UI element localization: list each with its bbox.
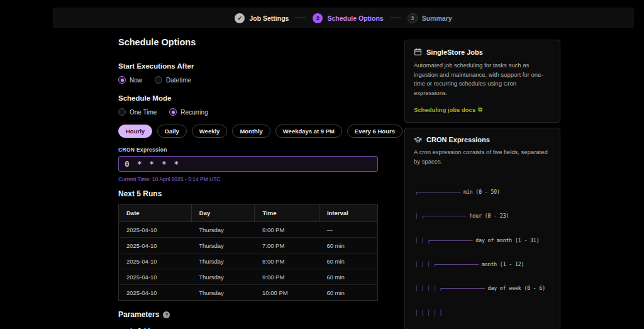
parameters-section: Parameters ? [118, 310, 378, 319]
chip-daily[interactable]: Daily [157, 125, 187, 138]
calendar-icon [414, 48, 422, 56]
cron-preset-chips: Hourly Daily Weekly Monthly Weekdays at … [118, 125, 378, 138]
cell-time: 6:00 PM [255, 222, 319, 238]
diagram-connector: │ │ │ ┌────────────── [415, 262, 482, 267]
cell-interval: 60 min [319, 285, 377, 301]
col-time: Time [255, 204, 319, 222]
table-row: 2025-04-10 Thursday 8:00 PM 60 min [119, 254, 378, 269]
wizard-top-bar: ✓ Job Settings 2 Schedule Options 3 Summ… [53, 8, 634, 28]
radio-one-time[interactable]: One Time [118, 108, 157, 116]
chip-hourly[interactable]: Hourly [118, 125, 152, 138]
cell-time: 10:00 PM [255, 285, 319, 301]
step-schedule-options[interactable]: 2 Schedule Options [313, 13, 383, 23]
col-interval: Interval [319, 204, 377, 222]
radio-label: One Time [130, 109, 157, 116]
schedule-mode-label: Schedule Mode [118, 94, 378, 102]
radio-unselected-icon [118, 108, 126, 116]
radio-selected-icon [118, 76, 126, 84]
cell-time: 8:00 PM [255, 254, 319, 269]
next-5-runs-title: Next 5 Runs [118, 189, 378, 198]
cell-date: 2025-04-10 [119, 238, 192, 254]
cell-date: 2025-04-10 [119, 269, 192, 285]
table-header-row: Date Day Time Interval [119, 204, 378, 222]
schedule-options-panel: Schedule Options Start Executions After … [118, 37, 378, 329]
radio-selected-icon [169, 108, 177, 116]
cell-day: Thursday [191, 269, 255, 285]
radio-datetime[interactable]: Datetime [155, 76, 191, 84]
radio-label: Datetime [166, 77, 191, 84]
card-body-text: A cron expression consists of five field… [414, 148, 551, 166]
link-label: Scheduling jobs docs [414, 106, 475, 113]
chip-weekdays-9pm[interactable]: Weekdays at 9 PM [275, 125, 342, 138]
cron-expressions-card: CRON Expressions A cron expression consi… [404, 128, 560, 329]
card-title: CRON Expressions [426, 136, 490, 143]
chip-monthly[interactable]: Monthly [232, 125, 270, 138]
cell-day: Thursday [191, 222, 255, 238]
radio-recurring[interactable]: Recurring [169, 108, 208, 116]
step-label: Summary [422, 14, 452, 22]
step-connector [295, 18, 306, 18]
singlestore-jobs-card: SingleStore Jobs Automated job schedulin… [404, 40, 560, 123]
step-label: Schedule Options [327, 14, 383, 22]
card-title: SingleStore Jobs [426, 48, 483, 56]
cell-date: 2025-04-10 [119, 285, 192, 301]
table-row: 2025-04-10 Thursday 9:00 PM 60 min [119, 269, 378, 285]
diagram-connector: │ │ ┌────────────── [415, 238, 475, 243]
step-number-badge: 3 [408, 13, 418, 23]
diagram-label: day of week (0 - 6) [488, 286, 546, 291]
cell-interval: 60 min [319, 269, 377, 285]
diagram-label: month (1 - 12) [482, 262, 524, 267]
wizard-stepper: ✓ Job Settings 2 Schedule Options 3 Summ… [235, 13, 452, 23]
cell-interval: — [319, 222, 377, 238]
radio-unselected-icon [155, 76, 162, 84]
step-job-settings[interactable]: ✓ Job Settings [235, 13, 289, 23]
chip-every-6-hours[interactable]: Every 6 Hours [347, 125, 402, 138]
graduation-cap-icon [414, 136, 422, 144]
radio-now[interactable]: Now [118, 76, 142, 84]
cron-field-diagram: ┌────────────── min (0 - 59) │ ┌────────… [415, 172, 551, 329]
cell-interval: 60 min [319, 254, 377, 269]
page: ✓ Job Settings 2 Schedule Options 3 Summ… [0, 0, 644, 329]
diagram-connector: │ ┌────────────── [415, 213, 470, 219]
card-header: SingleStore Jobs [414, 48, 551, 56]
radio-label: Now [130, 77, 142, 84]
cron-expression-input[interactable] [118, 156, 378, 172]
cell-date: 2025-04-10 [119, 254, 192, 269]
cron-expression-label: CRON Expression [118, 147, 378, 153]
chip-weekly[interactable]: Weekly [192, 125, 228, 138]
add-new-parameter-button[interactable]: + Add new [129, 326, 378, 329]
next-runs-table: Date Day Time Interval 2025-04-10 Thursd… [118, 204, 378, 301]
diagram-label: day of month (1 - 31) [475, 238, 539, 243]
step-summary[interactable]: 3 Summary [408, 13, 452, 23]
plus-icon: + [129, 326, 133, 329]
diagram-connector: │ │ │ │ ┌────────────── [415, 286, 488, 291]
diagram-label: hour (0 - 23) [470, 213, 509, 219]
cell-interval: 60 min [319, 238, 377, 254]
card-body-text: Automated job scheduling for tasks such … [414, 61, 551, 98]
start-executions-after-label: Start Executions After [118, 62, 378, 70]
table-row: 2025-04-10 Thursday 7:00 PM 60 min [119, 238, 378, 254]
cell-time: 7:00 PM [255, 238, 319, 254]
start-after-radio-group: Now Datetime [118, 76, 378, 84]
add-new-label: Add new [137, 326, 165, 329]
table-row: 2025-04-10 Thursday 10:00 PM 60 min [119, 285, 378, 301]
diagram-connector: │ │ │ │ │ [415, 310, 442, 316]
cell-day: Thursday [191, 238, 255, 254]
table-row: 2025-04-10 Thursday 6:00 PM — [119, 222, 378, 238]
page-title: Schedule Options [118, 37, 378, 47]
diagram-label: min (0 - 59) [464, 189, 500, 195]
current-time-text: Current Time: 10 April 2025 - 5:14 PM UT… [118, 176, 378, 182]
check-icon: ✓ [235, 13, 245, 23]
cell-date: 2025-04-10 [119, 222, 192, 238]
step-number-badge: 2 [313, 13, 323, 23]
cell-time: 9:00 PM [255, 269, 319, 285]
help-icon[interactable]: ? [163, 311, 170, 318]
col-day: Day [191, 204, 255, 222]
scheduling-jobs-docs-link[interactable]: Scheduling jobs docs ⧉ [414, 106, 482, 113]
cell-day: Thursday [191, 285, 255, 301]
step-label: Job Settings [249, 14, 289, 22]
card-header: CRON Expressions [414, 136, 551, 144]
schedule-mode-radio-group: One Time Recurring [118, 108, 378, 116]
cell-day: Thursday [191, 254, 255, 269]
diagram-connector: ┌────────────── [415, 189, 464, 195]
